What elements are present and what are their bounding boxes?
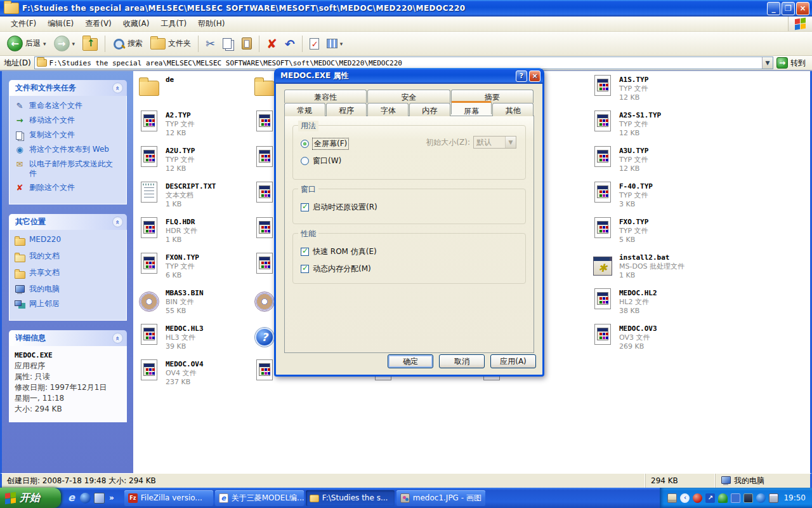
go-button[interactable]: → 转到 bbox=[776, 57, 809, 69]
fullscreen-radio-label[interactable]: 全屏幕(F) bbox=[313, 138, 348, 149]
dialog-tab[interactable]: 其他 bbox=[492, 103, 534, 116]
panel-other-places-header[interactable]: 其它位置 « bbox=[9, 214, 127, 230]
address-input[interactable]: F:\Studies the special area\MELSEC\MELSE… bbox=[34, 57, 773, 69]
address-dropdown-icon[interactable]: ▼ bbox=[762, 57, 773, 69]
restore-button[interactable]: ❐ bbox=[782, 2, 795, 15]
restore-settings-checkbox[interactable] bbox=[301, 203, 309, 211]
dialog-tab[interactable]: 常规 bbox=[284, 103, 325, 116]
file-item[interactable]: A2.TYP TYP 文件 12 KB bbox=[138, 110, 216, 141]
fast-rom-checkbox[interactable] bbox=[301, 248, 309, 256]
taskbar-task-button[interactable]: FileZilla versio... bbox=[124, 490, 213, 506]
tray-icon[interactable] bbox=[693, 493, 702, 503]
menu-item[interactable]: 工具(T) bbox=[155, 17, 192, 31]
views-button[interactable]: ▾ bbox=[324, 37, 346, 50]
task-link[interactable]: 复制这个文件 bbox=[15, 130, 122, 140]
file-item[interactable]: A2U.TYP TYP 文件 12 KB bbox=[138, 146, 216, 177]
place-link[interactable]: 我的文档 bbox=[15, 251, 122, 264]
task-link[interactable]: 删除这个文件 bbox=[15, 183, 122, 193]
tray-icon[interactable] bbox=[680, 493, 690, 503]
quick-launch-icon[interactable] bbox=[80, 493, 91, 504]
tray-icon[interactable] bbox=[718, 493, 728, 503]
file-item[interactable]: A2S-S1.TYP TYP 文件 12 KB bbox=[592, 110, 719, 141]
tray-icon[interactable] bbox=[756, 493, 766, 503]
place-link[interactable]: 网上邻居 bbox=[15, 299, 122, 309]
dynamic-memory-checkbox[interactable] bbox=[301, 265, 309, 273]
apply-button[interactable]: 应用(A) bbox=[490, 354, 536, 368]
file-item[interactable]: FXO.TYP TYP 文件 5 KB bbox=[592, 217, 719, 248]
cut-button[interactable]: ✂ bbox=[202, 36, 218, 52]
panel-file-tasks-header[interactable]: 文件和文件夹任务 « bbox=[9, 80, 127, 96]
task-link[interactable]: 移动这个文件 bbox=[15, 116, 122, 126]
dialog-tab[interactable]: 兼容性 bbox=[284, 90, 367, 103]
menu-item[interactable]: 编辑(E) bbox=[42, 17, 79, 31]
collapse-chevron-icon[interactable]: « bbox=[112, 217, 123, 227]
fast-rom-label[interactable]: 快速 ROM 仿真(E) bbox=[313, 246, 377, 257]
file-item[interactable]: MBAS3.BIN BIN 文件 55 KB bbox=[138, 288, 216, 319]
dialog-close-button[interactable]: × bbox=[529, 70, 540, 82]
views-dropdown-icon[interactable]: ▾ bbox=[340, 41, 343, 47]
close-button[interactable]: × bbox=[796, 2, 809, 15]
forward-button[interactable]: → ▾ bbox=[51, 34, 79, 53]
collapse-chevron-icon[interactable]: « bbox=[112, 333, 123, 344]
menu-item[interactable]: 查看(V) bbox=[79, 17, 117, 31]
file-item[interactable]: MEDOC.OV3 OV3 文件 269 KB bbox=[592, 324, 719, 354]
menu-item[interactable]: 收藏(A) bbox=[117, 17, 155, 31]
tray-icon[interactable] bbox=[769, 493, 778, 503]
up-button[interactable] bbox=[79, 34, 101, 53]
file-item[interactable]: A3U.TYP TYP 文件 12 KB bbox=[592, 146, 719, 177]
quick-launch-overflow-icon[interactable]: » bbox=[109, 493, 114, 502]
dialog-help-button[interactable]: ? bbox=[516, 70, 527, 82]
fullscreen-radio[interactable] bbox=[301, 140, 309, 148]
start-button[interactable]: 开始 bbox=[0, 488, 61, 508]
paste-button[interactable] bbox=[239, 36, 255, 51]
file-item[interactable]: DESCRIPT.TXT 文本文档 1 KB bbox=[138, 182, 216, 212]
place-link[interactable]: 共享文档 bbox=[15, 268, 122, 280]
task-link[interactable]: 以电子邮件形式发送此文件 bbox=[15, 159, 122, 178]
undo-button[interactable]: ↶ bbox=[282, 36, 298, 52]
place-link[interactable]: MED220 bbox=[15, 235, 122, 247]
minimize-button[interactable]: _ bbox=[767, 2, 780, 15]
ok-button[interactable]: 确定 bbox=[388, 354, 433, 368]
dialog-tab[interactable]: 内存 bbox=[409, 103, 450, 116]
dynamic-memory-label[interactable]: 动态内存分配(M) bbox=[313, 264, 371, 274]
back-button[interactable]: ← 后退 ▾ bbox=[4, 34, 49, 53]
copy-button[interactable] bbox=[219, 36, 237, 51]
collapse-chevron-icon[interactable]: « bbox=[112, 83, 123, 93]
dialog-tab[interactable]: 程序 bbox=[326, 103, 367, 116]
restore-settings-label[interactable]: 启动时还原设置(R) bbox=[313, 202, 377, 213]
tray-icon[interactable] bbox=[705, 493, 715, 503]
file-item[interactable]: de bbox=[138, 75, 216, 105]
place-link[interactable]: 我的电脑 bbox=[15, 284, 122, 295]
tray-icon[interactable] bbox=[667, 493, 677, 503]
window-radio[interactable] bbox=[301, 157, 309, 165]
taskbar-task-button[interactable]: 关于三菱MODEL编... bbox=[215, 490, 304, 506]
delete-button[interactable]: ✘ bbox=[263, 36, 280, 52]
task-link[interactable]: 重命名这个文件 bbox=[15, 101, 122, 111]
back-dropdown-icon[interactable]: ▾ bbox=[43, 41, 46, 47]
quick-launch-icon[interactable] bbox=[94, 493, 105, 504]
menu-item[interactable]: 帮助(H) bbox=[192, 17, 230, 31]
check-page-button[interactable] bbox=[306, 36, 322, 51]
quick-launch-icon[interactable] bbox=[66, 493, 77, 504]
file-item[interactable]: MEDOC.HL3 HL3 文件 39 KB bbox=[138, 324, 216, 354]
search-button[interactable]: 搜索 bbox=[109, 36, 146, 52]
forward-dropdown-icon[interactable]: ▾ bbox=[72, 41, 75, 47]
window-radio-label[interactable]: 窗口(W) bbox=[313, 156, 341, 166]
task-link[interactable]: 将这个文件发布到 Web bbox=[15, 145, 122, 155]
folders-button[interactable]: 文件夹 bbox=[147, 36, 194, 51]
file-item[interactable]: FLQ.HDR HDR 文件 1 KB bbox=[138, 217, 216, 248]
dialog-tab[interactable]: 字体 bbox=[367, 103, 409, 116]
initial-size-select[interactable]: 默认 ▼ bbox=[473, 136, 516, 149]
file-item[interactable]: install2.bat MS-DOS 批处理文件 1 KB bbox=[592, 253, 719, 283]
tray-icon[interactable] bbox=[731, 493, 740, 503]
file-item[interactable]: FXON.TYP TYP 文件 6 KB bbox=[138, 253, 216, 283]
menu-item[interactable]: 文件(F) bbox=[5, 17, 42, 31]
file-item[interactable]: MEDOC.HL2 HL2 文件 38 KB bbox=[592, 288, 719, 319]
panel-details-header[interactable]: 详细信息 « bbox=[9, 330, 127, 346]
taskbar-task-button[interactable]: medoc1.JPG - 画图 bbox=[396, 490, 485, 506]
dialog-tab[interactable]: 安全 bbox=[367, 90, 450, 103]
taskbar-task-button[interactable]: F:\Studies the s... bbox=[306, 490, 395, 506]
tray-icon[interactable] bbox=[743, 493, 753, 503]
file-item[interactable]: A1S.TYP TYP 文件 12 KB bbox=[592, 75, 719, 105]
file-item[interactable]: F-40.TYP TYP 文件 3 KB bbox=[592, 182, 719, 212]
